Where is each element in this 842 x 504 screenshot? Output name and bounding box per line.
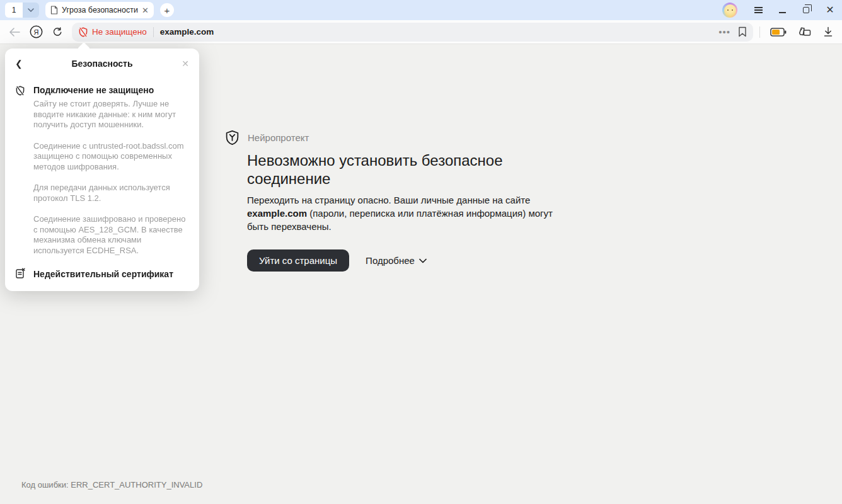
error-paragraph: Переходить на страницу опасно. Ваши личн…: [247, 193, 568, 233]
panel-paragraph: Для передачи данных используется протоко…: [33, 183, 191, 203]
minimize-icon: [779, 12, 786, 13]
invalid-certificate-item[interactable]: Недействительный сертификат: [15, 267, 189, 281]
security-badge-label: Не защищено: [92, 27, 147, 37]
yandex-logo-icon: Я: [30, 25, 43, 38]
back-arrow-icon: [9, 28, 20, 37]
hamburger-icon: [754, 5, 763, 14]
brand-label: Нейропротект: [248, 132, 309, 143]
panel-header: ❮ Безопасность ✕: [15, 57, 189, 70]
panel-title: Безопасность: [28, 59, 176, 69]
panel-paragraph: Соединение с untrusted-root.badssl.com з…: [33, 141, 191, 173]
close-icon: ✕: [826, 5, 834, 15]
details-button[interactable]: Подробнее: [366, 255, 427, 266]
titlebar: 1 Угроза безопасности ✕ + ✕: [0, 0, 842, 20]
paragraph-domain: example.com: [247, 208, 307, 219]
titlebar-controls: ✕: [722, 1, 842, 20]
svg-text:Я: Я: [33, 28, 38, 36]
security-badge[interactable]: Не защищено: [78, 27, 147, 37]
chevron-down-icon: [419, 258, 427, 263]
connection-item-title: Подключение не защищено: [33, 85, 189, 96]
tab-counter-group: 1: [5, 3, 39, 18]
toolbar-divider: [759, 26, 760, 38]
tab-counter[interactable]: 1: [5, 3, 23, 18]
tab-threat[interactable]: Угроза безопасности ✕: [45, 2, 154, 18]
url-text: example.com: [160, 27, 214, 37]
toolbar-right-icons: [770, 26, 833, 38]
shield-crossed-icon: [78, 27, 88, 37]
connection-item-body: Сайту не стоит доверять. Лучше не вводит…: [33, 99, 189, 130]
certificate-item-title: Недействительный сертификат: [33, 269, 173, 280]
toolbar: Я Не защищено example.com •••: [0, 20, 842, 44]
tab-close-icon[interactable]: ✕: [142, 6, 149, 14]
more-actions-icon[interactable]: •••: [718, 26, 730, 37]
close-button[interactable]: ✕: [818, 1, 842, 20]
browser-window: 1 Угроза безопасности ✕ + ✕: [0, 0, 842, 504]
collections-icon[interactable]: [798, 26, 812, 38]
address-divider: [153, 27, 154, 37]
neuroprotect-shield-icon: [224, 130, 240, 146]
yandex-home-button[interactable]: Я: [25, 23, 47, 42]
back-button[interactable]: [4, 23, 25, 42]
error-heading: Невозможно установить безопасное соедине…: [247, 151, 537, 188]
panel-close-icon[interactable]: ✕: [176, 59, 189, 69]
minimize-button[interactable]: [770, 1, 794, 20]
bookmark-icon[interactable]: [738, 26, 747, 37]
tab-list-button[interactable]: [23, 3, 39, 18]
panel-back-icon[interactable]: ❮: [15, 59, 28, 69]
details-label: Подробнее: [366, 255, 415, 266]
document-icon: [50, 6, 58, 14]
tab-title: Угроза безопасности: [62, 6, 138, 14]
menu-button[interactable]: [746, 1, 770, 20]
chevron-down-icon: [28, 8, 34, 12]
battery-icon[interactable]: [770, 28, 787, 37]
panel-paragraph: Соединение зашифровано и проверено с пом…: [33, 214, 191, 256]
error-content: Нейропротект Невозможно установить безоп…: [224, 130, 577, 272]
refresh-button[interactable]: [47, 23, 68, 42]
maximize-button[interactable]: [794, 1, 818, 20]
restore-icon: [803, 7, 809, 13]
new-tab-button[interactable]: +: [160, 3, 174, 17]
avatar-face: [724, 4, 736, 16]
paragraph-text: Переходить на страницу опасно. Ваши личн…: [247, 195, 530, 205]
error-code: Код ошибки: ERR_CERT_AUTHORITY_INVALID: [21, 480, 202, 490]
page-content: ❮ Безопасность ✕ Подключение не защищено: [0, 45, 842, 504]
refresh-icon: [52, 26, 63, 38]
leave-page-button[interactable]: Уйти со страницы: [247, 249, 349, 272]
security-panel: ❮ Безопасность ✕ Подключение не защищено: [5, 44, 199, 291]
shield-crossed-icon: [15, 85, 26, 130]
download-icon[interactable]: [823, 26, 833, 37]
certificate-invalid-icon: [15, 267, 26, 281]
connection-not-secure-item: Подключение не защищено Сайту не стоит д…: [15, 85, 189, 130]
avatar[interactable]: [722, 3, 737, 18]
address-bar[interactable]: Не защищено example.com •••: [72, 23, 753, 42]
